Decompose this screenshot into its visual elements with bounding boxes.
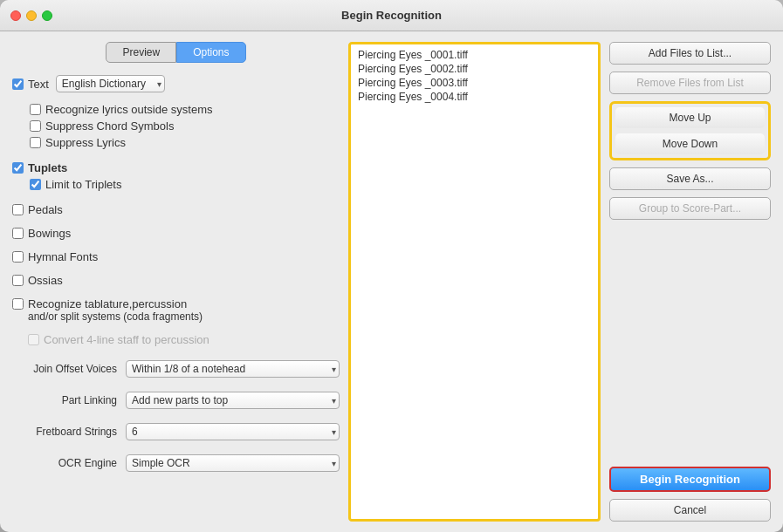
recognize-tab-label: Recognize tablature,percussion	[28, 297, 187, 310]
join-offset-label: Join Offset Voices	[12, 363, 117, 375]
cancel-button[interactable]: Cancel	[609, 499, 771, 522]
add-files-button[interactable]: Add Files to List...	[609, 42, 771, 65]
traffic-lights	[10, 10, 52, 21]
move-down-button[interactable]: Move Down	[615, 133, 765, 154]
bottom-buttons: Begin Recognition Cancel	[609, 467, 771, 522]
limit-triplets-checkbox[interactable]	[30, 179, 41, 190]
tab-options[interactable]: Options	[176, 42, 245, 63]
middle-panel: Piercing Eyes _0001.tiff Piercing Eyes _…	[348, 42, 601, 522]
pedals-checkbox[interactable]	[12, 204, 24, 215]
hymnal-fonts-label: Hymnal Fonts	[28, 250, 98, 263]
tuplets-label: Tuplets	[28, 161, 67, 174]
text-options-group: Recognize lyrics outside systems Suppres…	[12, 103, 340, 149]
join-offset-select-wrapper: Within 1/8 of a notehead	[126, 360, 340, 378]
ocr-engine-label: OCR Engine	[12, 457, 117, 469]
bowings-checkbox[interactable]	[12, 228, 24, 239]
text-checkbox-label[interactable]: Text	[12, 78, 49, 91]
recognize-lyrics-checkbox[interactable]	[30, 104, 41, 115]
hymnal-fonts-row: Hymnal Fonts	[12, 250, 340, 263]
pedals-row: Pedals	[12, 203, 340, 216]
pedals-label: Pedals	[28, 203, 63, 216]
spacer	[609, 227, 771, 460]
move-buttons-group: Move Up Move Down	[609, 101, 771, 160]
ocr-engine-select-wrapper: Simple OCR	[126, 454, 340, 472]
text-checkbox[interactable]	[12, 78, 24, 90]
fretboard-select[interactable]: 6	[126, 423, 340, 440]
hymnal-fonts-checkbox[interactable]	[12, 251, 24, 263]
fretboard-select-wrapper: 6	[126, 423, 340, 440]
part-linking-row: Part Linking Add new parts to top	[12, 392, 340, 409]
text-label: Text	[28, 78, 49, 91]
ocr-engine-select[interactable]: Simple OCR	[126, 454, 340, 472]
bowings-label: Bowings	[28, 227, 71, 240]
tab-bar: Preview Options	[12, 42, 340, 63]
text-row: Text English Dictionary	[12, 75, 340, 92]
main-window: Begin Recognition Preview Options Text	[0, 0, 783, 532]
tuplets-row: Tuplets Limit to Triplets	[12, 161, 340, 191]
file-item-1[interactable]: Piercing Eyes _0002.tiff	[354, 62, 594, 76]
ossias-checkbox[interactable]	[12, 275, 24, 286]
suppress-chord-label: Suppress Chord Symbols	[45, 119, 174, 133]
suppress-lyrics-checkbox[interactable]	[30, 137, 41, 148]
convert-4line-checkbox[interactable]	[28, 334, 39, 345]
recognize-lyrics-row: Recognize lyrics outside systems	[30, 103, 340, 116]
part-linking-select-wrapper: Add new parts to top	[126, 392, 340, 409]
join-offset-select[interactable]: Within 1/8 of a notehead	[126, 360, 340, 378]
limit-triplets-label: Limit to Triplets	[45, 178, 121, 191]
recognize-tab-row: Recognize tablature,percussion and/or sp…	[12, 297, 340, 323]
suppress-chord-row: Suppress Chord Symbols	[30, 119, 340, 133]
begin-recognition-button[interactable]: Begin Recognition	[609, 467, 771, 492]
file-item-3[interactable]: Piercing Eyes _0004.tiff	[354, 90, 594, 104]
ossias-label: Ossias	[28, 274, 63, 287]
convert-4line-label: Convert 4-line staff to percussion	[44, 333, 209, 346]
titlebar: Begin Recognition	[0, 0, 783, 31]
window-title: Begin Recognition	[341, 9, 442, 22]
recognize-tab-checkbox[interactable]	[12, 298, 24, 310]
group-score-button[interactable]: Group to Score-Part...	[609, 197, 771, 220]
options-content: Text English Dictionary Recognize lyrics…	[12, 75, 340, 472]
dictionary-select[interactable]: English Dictionary	[56, 75, 165, 92]
ossias-row: Ossias	[12, 274, 340, 287]
right-panel: Add Files to List... Remove Files from L…	[609, 42, 771, 522]
fretboard-row: Fretboard Strings 6	[12, 423, 340, 440]
convert-4line-row: Convert 4-line staff to percussion	[12, 333, 340, 346]
move-up-button[interactable]: Move Up	[615, 107, 765, 128]
file-list[interactable]: Piercing Eyes _0001.tiff Piercing Eyes _…	[348, 42, 601, 522]
part-linking-label: Part Linking	[12, 394, 117, 406]
file-item-0[interactable]: Piercing Eyes _0001.tiff	[354, 48, 594, 62]
suppress-lyrics-label: Suppress Lyrics	[45, 136, 126, 149]
file-item-2[interactable]: Piercing Eyes _0003.tiff	[354, 76, 594, 90]
remove-files-button[interactable]: Remove Files from List	[609, 72, 771, 94]
recognize-lyrics-label: Recognize lyrics outside systems	[45, 103, 212, 116]
suppress-lyrics-row: Suppress Lyrics	[30, 136, 340, 149]
suppress-chord-checkbox[interactable]	[30, 120, 41, 132]
fretboard-label: Fretboard Strings	[12, 426, 117, 438]
close-button[interactable]	[10, 10, 21, 21]
ocr-engine-row: OCR Engine Simple OCR	[12, 454, 340, 472]
bowings-row: Bowings	[12, 227, 340, 240]
limit-triplets-row: Limit to Triplets	[12, 178, 340, 191]
tuplets-checkbox[interactable]	[12, 162, 24, 174]
join-offset-row: Join Offset Voices Within 1/8 of a noteh…	[12, 360, 340, 378]
maximize-button[interactable]	[42, 10, 52, 21]
tab-preview[interactable]: Preview	[106, 42, 176, 63]
recognize-tab-sub: and/or split systems (coda fragments)	[12, 310, 340, 323]
part-linking-select[interactable]: Add new parts to top	[126, 392, 340, 409]
minimize-button[interactable]	[26, 10, 37, 21]
dictionary-select-wrapper: English Dictionary	[56, 75, 165, 92]
save-as-button[interactable]: Save As...	[609, 167, 771, 190]
main-content: Preview Options Text English Dictionary	[0, 31, 783, 532]
left-panel: Preview Options Text English Dictionary	[12, 42, 340, 522]
